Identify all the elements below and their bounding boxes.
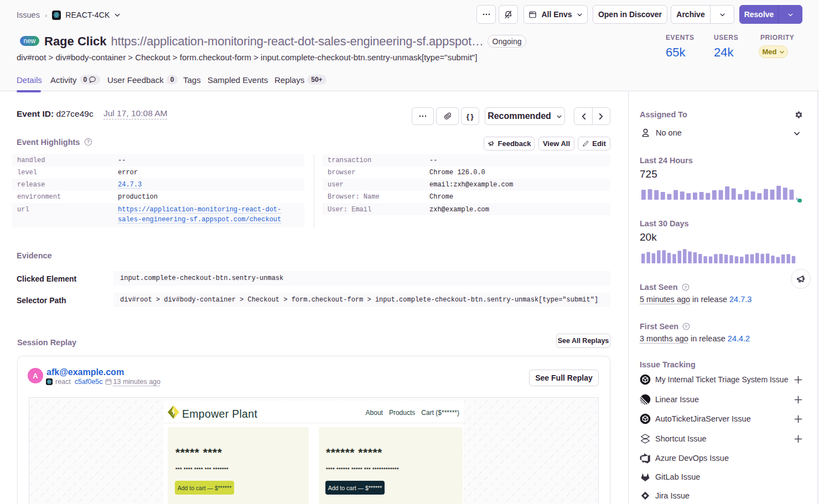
svg-text:?: ?: [685, 324, 688, 329]
svg-text:?: ?: [87, 139, 90, 144]
svg-text:?: ?: [684, 285, 687, 290]
